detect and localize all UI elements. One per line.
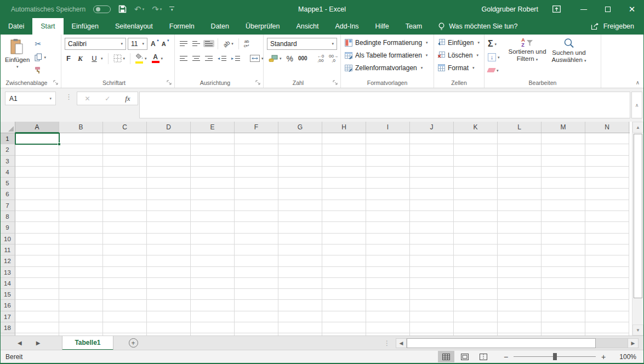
cell-F1[interactable]: [235, 133, 278, 144]
cell-M9[interactable]: [542, 222, 585, 233]
cell-F9[interactable]: [235, 222, 278, 233]
cell-L2[interactable]: [498, 144, 542, 155]
cell-J8[interactable]: [410, 211, 454, 222]
zoom-level[interactable]: 100%: [615, 353, 636, 361]
cell-K8[interactable]: [454, 211, 498, 222]
cell-N9[interactable]: [585, 222, 629, 233]
cell-D3[interactable]: [147, 156, 191, 167]
cell-H6[interactable]: [322, 189, 366, 200]
cell-B5[interactable]: [59, 178, 103, 189]
cell-A4[interactable]: [15, 167, 59, 178]
cut-button[interactable]: ✂: [33, 37, 48, 50]
cell-C5[interactable]: [103, 178, 147, 189]
cell-B11[interactable]: [59, 244, 103, 255]
add-sheet-button[interactable]: +: [129, 338, 138, 348]
cell-F2[interactable]: [235, 144, 278, 155]
close-button[interactable]: ✕: [620, 0, 644, 18]
cell-F17[interactable]: [235, 311, 278, 322]
cell-F7[interactable]: [235, 200, 278, 211]
cell-K16[interactable]: [454, 300, 498, 311]
cell-C7[interactable]: [103, 200, 147, 211]
row-header-15[interactable]: 15: [0, 289, 15, 300]
cell-H5[interactable]: [322, 178, 366, 189]
scroll-right-button[interactable]: ▶: [628, 338, 639, 348]
cell-G9[interactable]: [278, 222, 322, 233]
cell-H2[interactable]: [322, 144, 366, 155]
cell-N5[interactable]: [585, 178, 629, 189]
user-name[interactable]: Goldgruber Robert: [481, 5, 538, 13]
cell-L15[interactable]: [498, 289, 542, 300]
cell-L9[interactable]: [498, 222, 542, 233]
cell-C10[interactable]: [103, 234, 147, 244]
cell-N18[interactable]: [585, 322, 629, 333]
cell-G4[interactable]: [278, 167, 322, 178]
row-header-18[interactable]: 18: [0, 322, 15, 333]
cell-I5[interactable]: [366, 178, 410, 189]
cell-K12[interactable]: [454, 255, 498, 266]
cell-H11[interactable]: [322, 244, 366, 255]
cell-G16[interactable]: [278, 300, 322, 311]
cell-N1[interactable]: [585, 133, 629, 144]
orientation-button[interactable]: ab▾: [221, 39, 235, 48]
column-header-L[interactable]: L: [498, 122, 542, 133]
cell-M1[interactable]: [542, 133, 585, 144]
cell-L16[interactable]: [498, 300, 542, 311]
column-header-A[interactable]: A: [15, 122, 59, 133]
cell-C16[interactable]: [103, 300, 147, 311]
column-header-M[interactable]: M: [542, 122, 585, 133]
cell-I7[interactable]: [366, 200, 410, 211]
cell-I8[interactable]: [366, 211, 410, 222]
cell-C15[interactable]: [103, 289, 147, 300]
cell-H9[interactable]: [322, 222, 366, 233]
cell-K4[interactable]: [454, 167, 498, 178]
cell-D6[interactable]: [147, 189, 191, 200]
cell-I17[interactable]: [366, 311, 410, 322]
cell-M8[interactable]: [542, 211, 585, 222]
cell-K17[interactable]: [454, 311, 498, 322]
cell-C14[interactable]: [103, 278, 147, 289]
align-top-button[interactable]: [178, 40, 189, 48]
tab-datei[interactable]: Datei: [0, 18, 32, 35]
cell-G10[interactable]: [278, 234, 322, 244]
cell-G17[interactable]: [278, 311, 322, 322]
cell-I9[interactable]: [366, 222, 410, 233]
cell-E14[interactable]: [191, 278, 235, 289]
vertical-scrollbar[interactable]: ▲ ▼: [632, 122, 643, 335]
cell-F16[interactable]: [235, 300, 278, 311]
zoom-slider-handle[interactable]: [553, 353, 557, 360]
cell-M6[interactable]: [542, 189, 585, 200]
increase-font-button[interactable]: A▴: [149, 39, 158, 49]
cell-L14[interactable]: [498, 278, 542, 289]
align-right-button[interactable]: [203, 55, 214, 62]
share-button[interactable]: Freigeben: [581, 18, 644, 35]
cell-K2[interactable]: [454, 144, 498, 155]
cell-I16[interactable]: [366, 300, 410, 311]
cell-B15[interactable]: [59, 289, 103, 300]
normal-view-button[interactable]: [438, 351, 454, 362]
cell-I14[interactable]: [366, 278, 410, 289]
cell-F10[interactable]: [235, 234, 278, 244]
cell-D14[interactable]: [147, 278, 191, 289]
align-middle-button[interactable]: [191, 40, 202, 48]
cell-K10[interactable]: [454, 234, 498, 244]
column-header-B[interactable]: B: [59, 122, 103, 133]
cell-L3[interactable]: [498, 156, 542, 167]
cell-E6[interactable]: [191, 189, 235, 200]
cell-N13[interactable]: [585, 267, 629, 278]
customize-toolbar-button[interactable]: ▾: [169, 7, 174, 12]
cell-K7[interactable]: [454, 200, 498, 211]
cell-H17[interactable]: [322, 311, 366, 322]
cell-L7[interactable]: [498, 200, 542, 211]
insert-cells-button[interactable]: Einfügen▾: [436, 36, 482, 49]
cell-H16[interactable]: [322, 300, 366, 311]
number-dialog-launcher[interactable]: [333, 80, 338, 86]
cell-F8[interactable]: [235, 211, 278, 222]
cell-N4[interactable]: [585, 167, 629, 178]
cell-D4[interactable]: [147, 167, 191, 178]
row-header-17[interactable]: 17: [0, 311, 15, 322]
page-break-view-button[interactable]: [475, 351, 492, 362]
cell-B16[interactable]: [59, 300, 103, 311]
cell-D8[interactable]: [147, 211, 191, 222]
cell-G13[interactable]: [278, 267, 322, 278]
cell-F4[interactable]: [235, 167, 278, 178]
